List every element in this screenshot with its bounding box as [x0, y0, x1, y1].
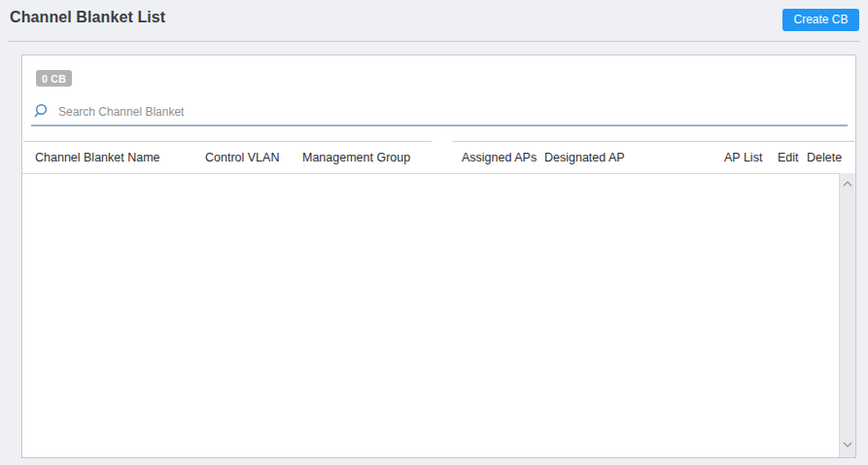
chevron-down-icon[interactable] [843, 442, 852, 447]
column-header-designated-ap: Designated AP [544, 142, 625, 174]
search-input[interactable] [58, 105, 848, 119]
column-header-management-group: Management Group [302, 142, 410, 174]
create-cb-button[interactable]: Create CB [782, 9, 859, 31]
vertical-scrollbar[interactable] [839, 173, 855, 457]
column-header-ap-list: AP List [724, 142, 762, 174]
table-header-row: Channel Blanket Name Control VLAN Manage… [22, 142, 855, 174]
column-header-channel-blanket-name: Channel Blanket Name [35, 142, 160, 174]
table-body [22, 174, 855, 457]
channel-blanket-panel: 0 CB Channel Blanket Name Control VLAN M… [21, 54, 856, 458]
chevron-up-icon[interactable] [843, 181, 852, 187]
column-header-edit: Edit [778, 142, 799, 174]
cb-count-badge: 0 CB [36, 70, 72, 87]
header-divider [8, 41, 859, 42]
column-header-assigned-aps: Assigned APs [462, 142, 537, 174]
page-title: Channel Blanket List [10, 9, 165, 26]
search-icon [34, 103, 50, 119]
search-bar [31, 99, 848, 126]
column-header-delete: Delete [807, 142, 842, 174]
column-header-control-vlan: Control VLAN [205, 142, 279, 174]
